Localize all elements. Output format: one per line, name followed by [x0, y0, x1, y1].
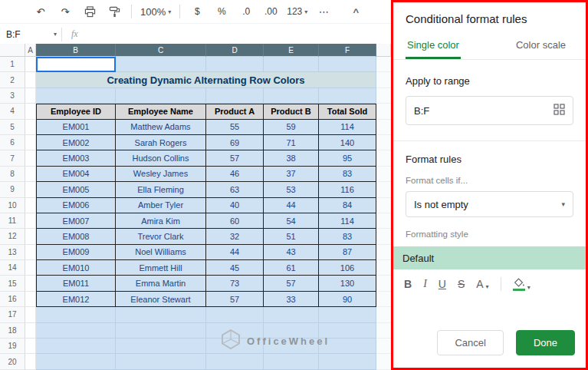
cell-D17[interactable]	[206, 307, 264, 322]
cell-D1[interactable]	[206, 57, 264, 72]
cell-D4[interactable]: Product A	[206, 104, 264, 119]
cell-C16[interactable]: Eleanor Stewart	[116, 292, 206, 307]
column-header-A[interactable]: A	[25, 44, 36, 57]
cell-C20[interactable]	[116, 354, 206, 369]
cell-E1[interactable]	[264, 57, 319, 72]
cell-E8[interactable]: 37	[264, 167, 319, 182]
cell-F9[interactable]: 116	[319, 182, 376, 197]
cell-D10[interactable]: 40	[206, 198, 264, 213]
row-header-17[interactable]: 17	[0, 307, 25, 322]
cell-C19[interactable]	[116, 339, 206, 354]
cell-B5[interactable]: EM001	[36, 120, 116, 135]
row-header-18[interactable]: 18	[0, 323, 25, 339]
cell-D15[interactable]: 73	[206, 276, 264, 291]
cell-C17[interactable]	[116, 307, 206, 322]
cell-F13[interactable]: 87	[319, 245, 376, 260]
cell-B9[interactable]: EM005	[36, 182, 116, 197]
cell-A10[interactable]	[25, 198, 36, 213]
format-currency-button[interactable]: $	[186, 2, 209, 21]
cell-D20[interactable]	[206, 354, 264, 369]
cell-C13[interactable]: Noel Williams	[116, 245, 206, 260]
cell-F10[interactable]: 84	[319, 198, 376, 213]
cell-F12[interactable]: 83	[319, 229, 376, 244]
cell-B18[interactable]	[36, 323, 116, 339]
cell-C6[interactable]: Sarah Rogers	[116, 135, 206, 150]
cell-E15[interactable]: 57	[264, 276, 319, 291]
cell-F18[interactable]	[319, 323, 376, 339]
cell-F20[interactable]	[319, 354, 376, 369]
cell-B8[interactable]: EM004	[36, 167, 116, 182]
cell-E10[interactable]: 44	[264, 198, 319, 213]
cell-A19[interactable]	[25, 339, 36, 354]
cell-E13[interactable]: 43	[264, 245, 319, 260]
cell-B13[interactable]: EM009	[36, 245, 116, 260]
tab-color-scale[interactable]: Color scale	[514, 34, 567, 59]
cell-B14[interactable]: EM010	[36, 260, 116, 276]
cell-A15[interactable]	[25, 276, 36, 291]
row-header-20[interactable]: 20	[0, 354, 25, 369]
cell-F16[interactable]: 90	[319, 292, 376, 307]
cell-C15[interactable]: Emma Martin	[116, 276, 206, 291]
cell-D3[interactable]	[206, 88, 264, 104]
cancel-button[interactable]: Cancel	[437, 330, 503, 355]
cell-A14[interactable]	[25, 260, 36, 276]
cell-E9[interactable]: 53	[264, 182, 319, 197]
cell-E17[interactable]	[264, 307, 319, 322]
cell-D5[interactable]: 55	[206, 120, 264, 135]
cell-D14[interactable]: 45	[206, 260, 264, 276]
cell-C3[interactable]	[116, 88, 206, 104]
cell-B3[interactable]	[36, 88, 116, 104]
row-header-13[interactable]: 13	[0, 245, 25, 260]
formula-input[interactable]	[87, 24, 391, 45]
row-header-7[interactable]: 7	[0, 150, 25, 166]
cell-B10[interactable]: EM006	[36, 198, 116, 213]
cell-F3[interactable]	[319, 88, 376, 104]
more-toolbar-icon[interactable]: ⋯	[312, 2, 335, 21]
row-header-15[interactable]: 15	[0, 276, 25, 291]
cell-F7[interactable]: 95	[319, 150, 376, 166]
cell-B11[interactable]: EM007	[36, 213, 116, 229]
cell-D11[interactable]: 60	[206, 213, 264, 229]
cell-C11[interactable]: Amira Kim	[116, 213, 206, 229]
cell-E11[interactable]: 54	[264, 213, 319, 229]
merged-title-cell-B2-F2[interactable]: Creating Dynamic Alternating Row Colors	[36, 72, 376, 88]
row-header-5[interactable]: 5	[0, 120, 25, 135]
row-header-1[interactable]: 1	[0, 57, 25, 72]
cell-E3[interactable]	[264, 88, 319, 104]
column-header-E[interactable]: E	[264, 44, 319, 57]
cell-B4[interactable]: Employee ID	[36, 104, 116, 119]
cell-C8[interactable]: Wesley James	[116, 167, 206, 182]
cell-A5[interactable]	[25, 120, 36, 135]
cell-E5[interactable]: 59	[264, 120, 319, 135]
cell-D7[interactable]: 57	[206, 150, 264, 166]
cell-E16[interactable]: 33	[264, 292, 319, 307]
cell-D9[interactable]: 63	[206, 182, 264, 197]
cell-A20[interactable]	[25, 354, 36, 369]
underline-button[interactable]: U	[439, 278, 446, 290]
print-icon[interactable]	[78, 2, 101, 21]
cell-F19[interactable]	[319, 339, 376, 354]
cell-E6[interactable]: 71	[264, 135, 319, 150]
row-header-8[interactable]: 8	[0, 167, 25, 182]
cell-B19[interactable]	[36, 339, 116, 354]
cell-C5[interactable]: Matthew Adams	[116, 120, 206, 135]
cell-C7[interactable]: Hudson Collins	[116, 150, 206, 166]
cell-F11[interactable]: 114	[319, 213, 376, 229]
bold-button[interactable]: B	[404, 278, 412, 290]
cell-C12[interactable]: Trevor Clark	[116, 229, 206, 244]
row-header-11[interactable]: 11	[0, 213, 25, 229]
cell-A8[interactable]	[25, 167, 36, 182]
column-header-F[interactable]: F	[319, 44, 376, 57]
cell-C9[interactable]: Ella Fleming	[116, 182, 206, 197]
column-header-D[interactable]: D	[206, 44, 264, 57]
cell-E12[interactable]: 51	[264, 229, 319, 244]
row-header-9[interactable]: 9	[0, 182, 25, 197]
cell-D12[interactable]: 32	[206, 229, 264, 244]
range-input[interactable]: B:F	[406, 96, 573, 125]
cell-A9[interactable]	[25, 182, 36, 197]
column-header-B[interactable]: B	[36, 44, 116, 57]
fill-color-button[interactable]: ▾	[513, 278, 531, 291]
cell-E14[interactable]: 61	[264, 260, 319, 276]
cell-A1[interactable]	[25, 57, 36, 72]
cell-E20[interactable]	[264, 354, 319, 369]
